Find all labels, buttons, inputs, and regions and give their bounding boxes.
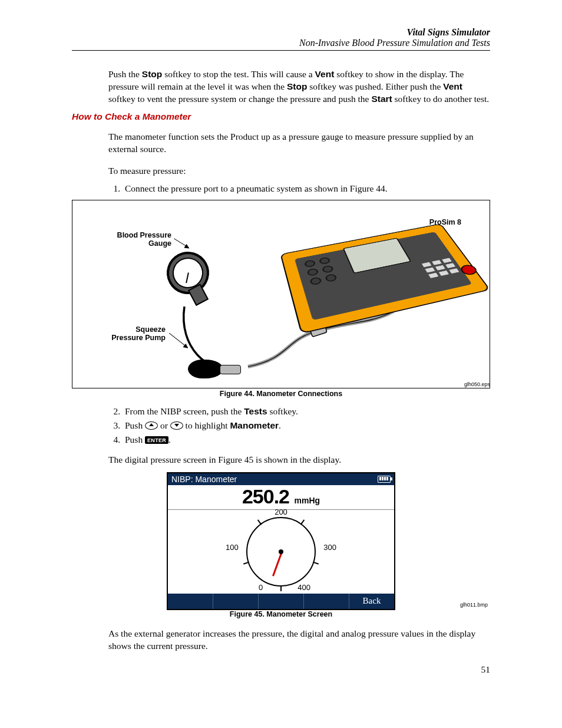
tests-softkey-ref: Tests xyxy=(244,406,267,416)
dial-tick-0: 0 xyxy=(259,583,263,592)
softkey-3[interactable] xyxy=(259,594,304,609)
label-blood-pressure-gauge: Blood Pressure Gauge xyxy=(107,231,171,248)
vent-softkey-ref: Vent xyxy=(443,81,462,91)
softkey-bar: Back xyxy=(168,594,394,609)
step-3: Push or to highlight Manometer. xyxy=(123,420,490,431)
after-steps-text: The digital pressure screen in Figure 45… xyxy=(108,454,490,466)
intro-paragraph: Push the Stop softkey to stop the test. … xyxy=(108,68,490,106)
figure-45: NIBP: Manometer 250.2 mmHg 200 100 3 xyxy=(167,472,395,610)
manometer-intro: The manometer function sets the Product … xyxy=(108,131,490,156)
text: softkey was pushed. Either push the xyxy=(307,81,443,91)
dial-needle-icon xyxy=(272,551,283,576)
figure-44-caption: Figure 44. Manometer Connections xyxy=(72,390,490,398)
page: Vital Signs Simulator Non-Invasive Blood… xyxy=(37,0,525,687)
step-2: From the NIBP screen, push the Tests sof… xyxy=(123,406,490,417)
text: softkey to stop the test. This will caus… xyxy=(162,69,315,79)
dial-tick-400: 400 xyxy=(297,583,310,592)
page-number: 51 xyxy=(72,664,490,675)
enter-key-icon: ENTER xyxy=(145,436,168,444)
squeeze-bulb-icon xyxy=(188,360,223,378)
text: softkey to vent the pressure system or c… xyxy=(108,94,371,104)
header-title: Vital Signs Simulator xyxy=(72,27,490,38)
softkey-4[interactable] xyxy=(304,594,349,609)
vent-softkey-ref: Vent xyxy=(315,69,335,79)
manometer-option-ref: Manometer xyxy=(230,420,279,430)
dial-tick-300: 300 xyxy=(323,543,336,552)
dial-tick-200: 200 xyxy=(275,508,287,516)
text: or xyxy=(158,420,170,430)
text: softkey to do another test. xyxy=(392,94,489,104)
softkey-back[interactable]: Back xyxy=(349,594,394,609)
label-squeeze-pump: Squeeze Pressure Pump xyxy=(101,325,166,342)
softkey-1[interactable] xyxy=(168,594,213,609)
pressure-reading: 250.2 mmHg xyxy=(168,485,394,509)
steps-list: Connect the pressure port to a pneumatic… xyxy=(108,183,490,194)
header-subtitle: Non-Invasive Blood Pressure Simulation a… xyxy=(72,38,490,48)
page-header: Vital Signs Simulator Non-Invasive Blood… xyxy=(72,27,490,51)
softkey-2[interactable] xyxy=(213,594,259,609)
text: From the NIBP screen, push the xyxy=(125,406,244,416)
heading-how-to-check-manometer: How to Check a Manometer xyxy=(72,111,490,122)
step-4: Push ENTER. xyxy=(123,434,490,445)
up-arrow-key-icon xyxy=(145,421,158,430)
text: Push xyxy=(125,420,145,430)
text: . xyxy=(168,434,171,444)
stop-softkey-ref: Stop xyxy=(287,81,307,91)
down-arrow-key-icon xyxy=(170,421,183,430)
start-softkey-ref: Start xyxy=(371,94,392,104)
stop-softkey-ref: Stop xyxy=(142,69,162,79)
screen-titlebar: NIBP: Manometer xyxy=(168,473,394,485)
analog-dial: 200 100 300 0 400 xyxy=(168,509,394,594)
to-measure-pressure: To measure pressure: xyxy=(108,165,490,177)
figure-45-caption: Figure 45. Manometer Screen xyxy=(72,610,490,618)
reading-unit: mmHg xyxy=(294,496,320,505)
text: . xyxy=(279,420,281,430)
text: Push xyxy=(125,434,145,444)
dial-tick-100: 100 xyxy=(226,543,239,552)
closing-paragraph: As the external generator increases the … xyxy=(108,628,490,653)
step-1: Connect the pressure port to a pneumatic… xyxy=(123,183,490,194)
steps-list-2: From the NIBP screen, push the Tests sof… xyxy=(108,406,490,445)
reading-value: 250.2 xyxy=(242,485,289,508)
manometer-screen: NIBP: Manometer 250.2 mmHg 200 100 3 xyxy=(167,472,395,610)
figure-44: Blood Pressure Gauge Squeeze Pressure Pu… xyxy=(72,200,490,388)
text: Push the xyxy=(108,69,142,79)
battery-icon xyxy=(378,476,391,483)
screen-title: NIBP: Manometer xyxy=(171,475,237,484)
text: softkey. xyxy=(267,406,298,416)
text: to highlight xyxy=(183,420,230,430)
